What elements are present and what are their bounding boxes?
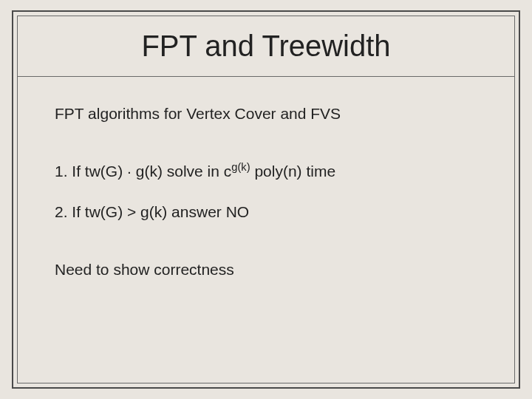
item-frag: poly(n) time xyxy=(250,163,336,180)
item-text: If tw(G) > g(k) answer NO xyxy=(72,203,249,220)
intro-text: FPT algorithms for Vertex Cover and FVS xyxy=(55,103,477,124)
item-number: 1. xyxy=(55,163,68,180)
outer-border: FPT and Treewidth FPT algorithms for Ver… xyxy=(12,10,520,389)
slide: FPT and Treewidth FPT algorithms for Ver… xyxy=(0,0,532,399)
inner-border: FPT and Treewidth FPT algorithms for Ver… xyxy=(17,16,515,383)
item-frag: If tw(G) xyxy=(72,163,127,180)
item-number: 2. xyxy=(55,203,68,220)
closing-text: Need to show correctness xyxy=(55,259,477,280)
item-text: If tw(G) · g(k) solve in cg(k) poly(n) t… xyxy=(72,163,335,180)
item-frag: g(k) solve in c xyxy=(132,163,231,180)
slide-body: FPT algorithms for Vertex Cover and FVS … xyxy=(55,77,477,280)
list-item: 2. If tw(G) > g(k) answer NO xyxy=(55,202,477,222)
list-item: 1. If tw(G) · g(k) solve in cg(k) poly(n… xyxy=(55,161,477,182)
item-sup: g(k) xyxy=(231,161,250,173)
slide-title: FPT and Treewidth xyxy=(55,30,477,63)
